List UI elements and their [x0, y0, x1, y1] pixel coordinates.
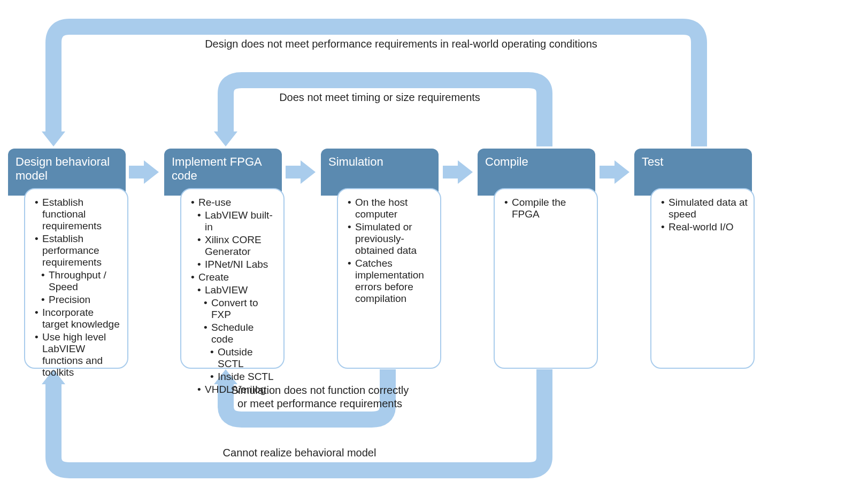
list-item: LabVIEW built-in [197, 209, 278, 233]
list-item: Schedule code [204, 322, 278, 345]
list-item: Throughput / Speed [41, 269, 122, 293]
list-item: VHDL/Verilog [197, 384, 278, 395]
list-item: Inside SCTL [210, 371, 278, 383]
stage-design-body: Establish functional requirements Establ… [24, 188, 128, 369]
stage-compile-body: Compile the FPGA [494, 188, 598, 369]
feedback-label-bot2: Cannot realize behavioral model [160, 446, 439, 460]
list-item: On the host computer [348, 197, 435, 220]
list-item: Catches implementation errors before com… [348, 258, 435, 305]
list-item: Outside SCTL [210, 346, 278, 370]
list-item: Re-use [191, 197, 278, 208]
feedback-label-top1: Design does not meet performance require… [160, 37, 642, 51]
list-item: Precision [41, 294, 122, 306]
stage-simulation-body: On the host computer Simulated or previo… [337, 188, 441, 369]
list-item: Simulated or previously-obtained data [348, 221, 435, 257]
list-item: Create [191, 271, 278, 283]
list-item: Establish performance requirements [35, 233, 122, 268]
stage-test-body: Simulated data at speed Real-world I/O [650, 188, 755, 369]
arrow-implement-to-simulation [286, 160, 316, 184]
list-item: Simulated data at speed [661, 197, 748, 220]
list-item: Incorporate target knowledge [35, 307, 122, 330]
list-item: LabVIEW [197, 284, 278, 296]
feedback-compile-to-implement [214, 80, 544, 146]
list-item: Real-world I/O [661, 221, 748, 233]
arrow-compile-to-test [600, 160, 629, 184]
list-item: Convert to FXP [204, 297, 278, 321]
arrow-design-to-implement [129, 160, 159, 184]
feedback-label-top2: Does not meet timing or size requirement… [241, 91, 519, 104]
list-item: Xilinx CORE Generator [197, 234, 278, 258]
list-item: Compile the FPGA [504, 197, 592, 220]
list-item: Establish functional requirements [35, 197, 122, 232]
arrow-simulation-to-compile [443, 160, 473, 184]
stage-implement-body: Re-use LabVIEW built-in Xilinx CORE Gene… [180, 188, 285, 369]
list-item: Use high level LabVIEW functions and too… [35, 331, 122, 378]
list-item: IPNet/NI Labs [197, 259, 278, 270]
